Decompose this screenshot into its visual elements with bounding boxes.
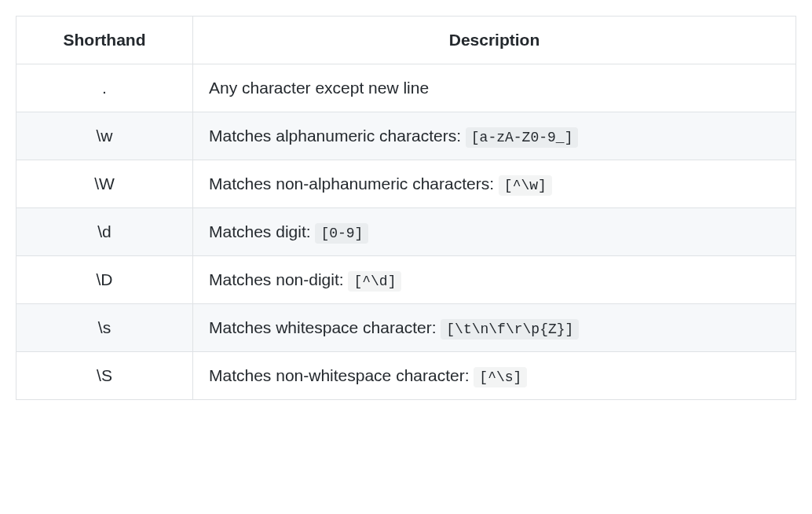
regex-code: [^\w] (499, 175, 552, 196)
regex-code: [a-zA-Z0-9_] (466, 127, 579, 148)
cell-description: Any character except new line (193, 64, 796, 112)
table-row: \w Matches alphanumeric characters: [a-z… (16, 112, 796, 160)
header-shorthand: Shorthand (16, 17, 193, 64)
table-row: \d Matches digit: [0-9] (16, 208, 796, 256)
description-text: Matches alphanumeric characters: (209, 127, 466, 145)
cell-shorthand: \S (16, 352, 193, 400)
cell-description: Matches digit: [0-9] (193, 208, 796, 256)
cell-shorthand: \w (16, 112, 193, 160)
table-row: \D Matches non-digit: [^\d] (16, 256, 796, 304)
cell-description: Matches whitespace character: [\t\n\f\r\… (193, 304, 796, 352)
description-text: Any character except new line (209, 79, 429, 97)
cell-shorthand: \s (16, 304, 193, 352)
cell-description: Matches alphanumeric characters: [a-zA-Z… (193, 112, 796, 160)
regex-code: [^\s] (474, 367, 527, 387)
regex-code: [^\d] (348, 271, 401, 292)
description-text: Matches digit: (209, 222, 315, 240)
table-row: \S Matches non-whitespace character: [^\… (16, 352, 796, 400)
description-text: Matches whitespace character: (209, 318, 441, 336)
table-header-row: Shorthand Description (16, 17, 796, 64)
header-description: Description (193, 17, 796, 64)
description-text: Matches non-alphanumeric characters: (209, 174, 499, 193)
description-text: Matches non-digit: (209, 270, 348, 288)
regex-shorthand-table: Shorthand Description . Any character ex… (16, 16, 796, 400)
regex-code: [\t\n\f\r\p{Z}] (441, 319, 579, 340)
cell-description: Matches non-digit: [^\d] (193, 256, 796, 304)
table-row: \W Matches non-alphanumeric characters: … (16, 160, 796, 208)
cell-shorthand: \D (16, 256, 193, 304)
cell-shorthand: . (16, 64, 193, 112)
cell-shorthand: \W (16, 160, 193, 208)
table-row: . Any character except new line (16, 64, 796, 112)
regex-code: [0-9] (315, 223, 368, 244)
cell-description: Matches non-alphanumeric characters: [^\… (193, 160, 796, 208)
cell-description: Matches non-whitespace character: [^\s] (193, 352, 796, 400)
cell-shorthand: \d (16, 208, 193, 256)
table-row: \s Matches whitespace character: [\t\n\f… (16, 304, 796, 352)
description-text: Matches non-whitespace character: (209, 366, 474, 384)
